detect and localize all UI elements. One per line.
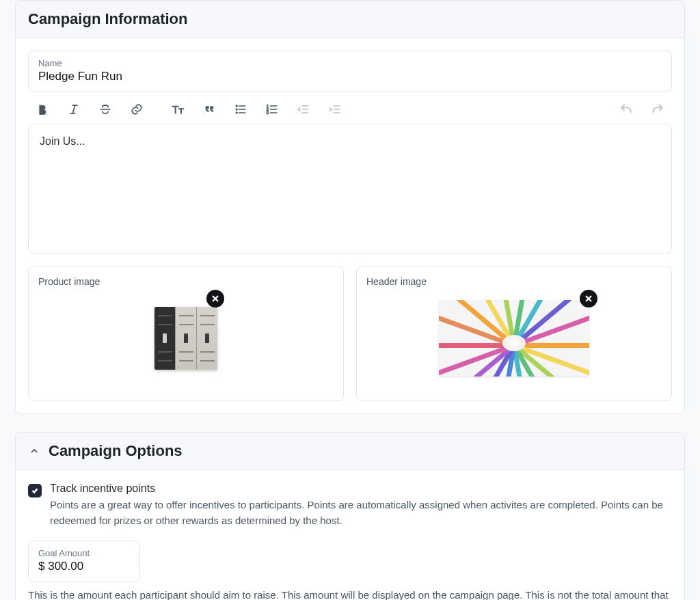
product-image-thumbnail [154, 307, 217, 370]
header-image-thumbnail [439, 300, 589, 377]
redo-icon[interactable] [650, 102, 665, 117]
text-size-icon[interactable] [170, 102, 185, 117]
campaign-options-header[interactable]: Campaign Options [16, 433, 684, 470]
link-icon[interactable] [129, 102, 144, 117]
goal-amount-hint: This is the amount each participant shou… [28, 589, 672, 600]
campaign-information-header: Campaign Information [16, 1, 684, 38]
campaign-name-label: Name [38, 58, 662, 68]
track-incentive-title: Track incentive points [50, 482, 672, 495]
remove-product-image-button[interactable] [206, 290, 224, 308]
campaign-information-card: Campaign Information Name [15, 0, 685, 414]
remove-header-image-button[interactable] [580, 290, 597, 308]
goal-amount-label: Goal Amount [38, 548, 130, 558]
goal-amount-input[interactable] [38, 560, 130, 573]
svg-point-0 [236, 105, 238, 107]
svg-point-1 [236, 109, 238, 111]
chevron-up-icon [28, 445, 40, 457]
product-image-card[interactable]: Product image [28, 266, 344, 401]
bullet-list-icon[interactable] [233, 102, 248, 117]
bold-icon[interactable] [35, 102, 50, 117]
italic-icon[interactable] [66, 102, 81, 117]
description-editor[interactable]: Join Us... [28, 124, 672, 254]
indent-icon[interactable] [327, 102, 342, 117]
header-image-label: Header image [366, 276, 662, 287]
campaign-information-title: Campaign Information [28, 10, 187, 28]
campaign-name-field[interactable]: Name [28, 51, 672, 92]
product-image-label: Product image [38, 276, 334, 287]
undo-icon[interactable] [619, 102, 634, 117]
svg-text:3: 3 [267, 111, 269, 115]
track-incentive-description: Points are a great way to offer incentiv… [50, 497, 672, 528]
ordered-list-icon[interactable]: 123 [265, 102, 280, 117]
outdent-icon[interactable] [296, 102, 311, 117]
strikethrough-icon[interactable] [98, 102, 113, 117]
header-image-card[interactable]: Header image [356, 266, 672, 401]
svg-point-2 [236, 112, 238, 114]
campaign-options-title: Campaign Options [49, 442, 183, 460]
goal-amount-field[interactable]: Goal Amount [28, 541, 140, 582]
campaign-options-card: Campaign Options Track incentive points … [15, 432, 685, 600]
editor-content: Join Us... [40, 135, 85, 147]
track-incentive-checkbox[interactable] [28, 484, 42, 497]
editor-toolbar: 123 [28, 92, 672, 124]
blockquote-icon[interactable] [202, 102, 217, 117]
campaign-name-input[interactable] [38, 70, 662, 83]
